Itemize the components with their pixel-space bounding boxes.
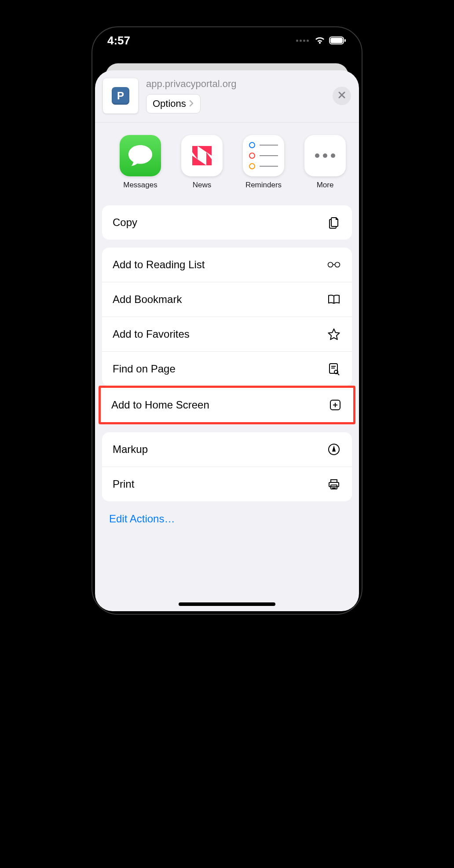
action-group: Markup Print <box>102 432 352 501</box>
messages-icon <box>120 135 161 176</box>
action-group: Add to Reading List Add Bookmark Add to … <box>102 248 352 386</box>
close-button[interactable] <box>333 87 351 105</box>
phone-frame: 4:57 P app.privacyportal.org Options <box>92 26 362 615</box>
copy-icon <box>326 215 341 230</box>
app-label: Messages <box>123 181 157 190</box>
action-label: Add to Home Screen <box>111 399 209 411</box>
action-label: Print <box>113 478 134 490</box>
action-reading-list[interactable]: Add to Reading List <box>102 248 352 282</box>
action-label: Copy <box>113 216 137 229</box>
share-app-reminders[interactable]: Reminders <box>243 135 284 190</box>
action-group: Copy <box>102 205 352 240</box>
more-icon <box>304 135 346 176</box>
share-app-more[interactable]: More <box>304 135 346 190</box>
glasses-icon <box>326 257 341 272</box>
action-find-on-page[interactable]: Find on Page <box>102 351 352 386</box>
share-app-messages[interactable]: Messages <box>120 135 161 190</box>
edit-actions-link[interactable]: Edit Actions… <box>95 501 359 536</box>
action-label: Add to Favorites <box>113 328 190 340</box>
edit-actions-label: Edit Actions… <box>109 513 175 525</box>
action-print[interactable]: Print <box>102 467 352 501</box>
app-label: More <box>317 181 334 190</box>
options-button[interactable]: Options <box>146 94 201 113</box>
highlighted-action: Add to Home Screen <box>99 386 355 424</box>
action-markup[interactable]: Markup <box>102 432 352 467</box>
share-apps-row: Messages News Reminders <box>95 123 359 197</box>
site-url: app.privacyportal.org <box>146 78 325 90</box>
action-label: Add to Reading List <box>113 259 205 271</box>
news-icon <box>181 135 223 176</box>
header-info: app.privacyportal.org Options <box>146 78 325 113</box>
cellular-signal-icon <box>296 40 309 42</box>
share-app-news[interactable]: News <box>181 135 223 190</box>
svg-rect-1 <box>330 38 343 43</box>
find-icon <box>326 361 341 376</box>
sheet-header: P app.privacyportal.org Options <box>95 70 359 123</box>
site-thumbnail: P <box>103 78 138 113</box>
svg-point-4 <box>335 262 340 267</box>
close-icon <box>338 90 346 102</box>
star-icon <box>326 327 341 342</box>
svg-rect-2 <box>344 39 346 42</box>
app-label: Reminders <box>245 181 282 190</box>
action-add-bookmark[interactable]: Add Bookmark <box>102 282 352 317</box>
action-label: Find on Page <box>113 363 176 375</box>
share-sheet: P app.privacyportal.org Options <box>95 70 359 611</box>
status-right <box>296 36 347 45</box>
wifi-icon <box>314 36 326 45</box>
action-label: Add Bookmark <box>113 293 182 306</box>
action-label: Markup <box>113 443 148 456</box>
action-add-favorites[interactable]: Add to Favorites <box>102 317 352 351</box>
status-time: 4:57 <box>107 34 130 47</box>
options-label: Options <box>153 98 186 109</box>
svg-point-3 <box>328 262 333 267</box>
action-copy[interactable]: Copy <box>102 205 352 240</box>
reminders-icon <box>243 135 284 176</box>
chevron-right-icon <box>189 99 194 109</box>
print-icon <box>326 477 341 492</box>
home-indicator[interactable] <box>179 602 275 606</box>
action-add-home-screen[interactable]: Add to Home Screen <box>101 388 353 422</box>
site-letter-badge: P <box>112 87 129 105</box>
markup-icon <box>326 442 341 457</box>
status-bar: 4:57 <box>92 27 362 54</box>
app-label: News <box>193 181 212 190</box>
battery-icon <box>329 36 347 45</box>
add-home-icon <box>328 398 343 412</box>
book-icon <box>326 292 341 307</box>
